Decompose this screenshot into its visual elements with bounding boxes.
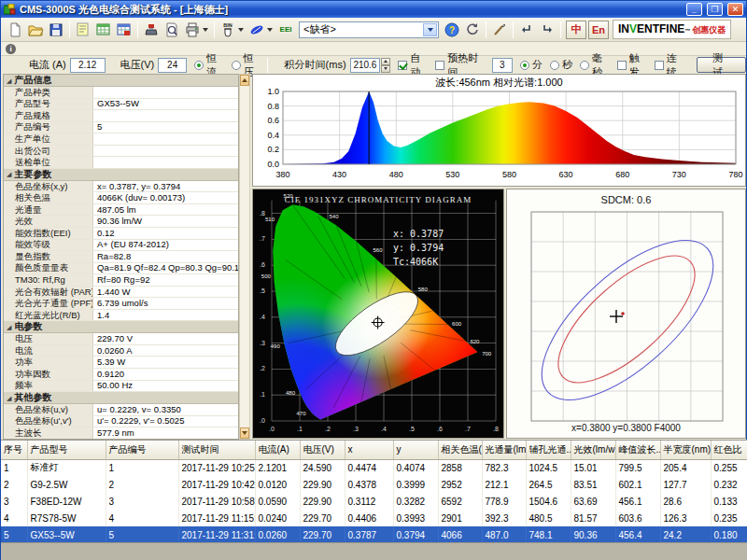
section-header[interactable]: ◢其他参数 (4, 392, 238, 404)
property-row[interactable]: 产品规格 (4, 110, 238, 122)
column-header[interactable]: 光效(lm/w) (571, 441, 615, 459)
constant-voltage-radio[interactable] (232, 61, 241, 70)
property-row[interactable]: 能效指数(EEI)0.12 (4, 228, 238, 240)
section-header[interactable]: ◢主要参数 (4, 169, 238, 181)
column-header[interactable]: 产品编号 (106, 441, 178, 459)
bin-button[interactable]: BIN (218, 20, 238, 40)
property-row[interactable]: 光合有效辐射 (PAR)1.440 W (4, 287, 238, 299)
column-header[interactable]: 序号 (1, 441, 27, 459)
pen-dropdown-arrow[interactable] (267, 28, 273, 32)
column-header[interactable]: 峰值波长.. (615, 441, 660, 459)
property-row[interactable]: 主波长577.9 nm (4, 427, 238, 440)
new-file-button[interactable] (5, 20, 25, 40)
preset-combobox[interactable]: <缺省> (299, 21, 439, 38)
bin-dropdown-arrow[interactable] (238, 28, 244, 32)
integration-time-input[interactable]: 210.6 (350, 58, 381, 73)
table-row[interactable]: 3F38ED-12W32017-11-29 10:58:560.0590229.… (1, 493, 747, 510)
spinner-down-icon[interactable] (381, 65, 390, 73)
property-row[interactable]: 生产单位 (4, 133, 238, 146)
spectrum-title: 波长:456nm 相对光谱:1.000 (253, 75, 745, 88)
second-radio[interactable] (550, 61, 559, 70)
refresh-button[interactable] (462, 20, 483, 40)
spinner-up-icon[interactable] (381, 58, 390, 65)
constant-current-radio[interactable] (194, 61, 204, 70)
property-row[interactable]: TM30: Rf,RgRf=80 Rg=92 (4, 274, 238, 287)
print-dropdown-arrow[interactable] (203, 28, 208, 32)
property-row[interactable]: 电压229.70 V (4, 333, 238, 345)
step-forward-button[interactable] (537, 20, 557, 40)
column-header[interactable]: 电流(A) (255, 441, 300, 459)
preheat-time-input[interactable]: 3 (492, 58, 513, 73)
property-row[interactable]: 色品坐标(u,v)u= 0.2229, v= 0.3350 (4, 404, 238, 416)
property-row[interactable]: 能效等级A+ (EU 874-2012) (4, 240, 238, 252)
property-row[interactable]: 相关色温4066K (duv= 0.00173) (4, 192, 238, 204)
auto-checkbox[interactable] (398, 61, 407, 70)
calibrate-button[interactable] (141, 20, 162, 40)
column-header[interactable]: 光通量(lm) (482, 441, 526, 459)
preheat-checkbox[interactable] (435, 61, 444, 70)
property-row[interactable]: 显色指数Ra=82.8 (4, 251, 238, 263)
property-row[interactable]: 产品种类 (4, 87, 238, 99)
table-row[interactable]: 4R7S78-5W42017-11-29 11:15:420.0240229.7… (1, 510, 747, 526)
help-button[interactable]: ? (442, 20, 462, 40)
column-header[interactable]: 电压(V) (300, 441, 345, 459)
property-row[interactable]: 光合光子通量 (PPF)6.739 umol/s (4, 298, 238, 310)
current-input[interactable]: 2.12 (70, 58, 106, 73)
report-export-button[interactable] (114, 20, 134, 40)
preset-combobox-value: <缺省> (303, 22, 336, 36)
info-icon[interactable]: i (6, 44, 16, 54)
property-row[interactable]: 光通量487.05 lm (4, 204, 238, 217)
restore-button[interactable]: ❐ (707, 3, 723, 16)
open-file-button[interactable] (25, 20, 46, 40)
print-button[interactable] (182, 20, 203, 40)
report-green-button[interactable] (93, 20, 114, 40)
pen-tool-button[interactable] (247, 20, 267, 40)
table-row[interactable]: 5GX53--5W52017-11-29 11:31:530.0260229.7… (1, 526, 747, 542)
eei-button[interactable]: EEI (275, 20, 296, 40)
column-header[interactable]: 辅孔光通.. (526, 441, 571, 459)
probe-button[interactable] (489, 20, 510, 40)
column-header[interactable]: 测试时间 (178, 441, 255, 459)
property-row[interactable]: 产品编号5 (4, 122, 238, 134)
property-row[interactable]: 色品坐标(u',v')u'= 0.2229, v'= 0.5025 (4, 416, 238, 428)
scroll-down-button[interactable] (240, 427, 249, 439)
column-header[interactable]: 相关色温(K) (438, 441, 482, 459)
property-row[interactable]: 色品坐标(x,y)x= 0.3787, y= 0.3794 (4, 181, 238, 193)
notes-button[interactable] (73, 20, 93, 40)
save-button[interactable] (46, 20, 66, 40)
property-row[interactable]: 产品型号GX53--5W (4, 99, 238, 111)
minute-radio[interactable] (520, 61, 529, 70)
property-row[interactable]: 电流0.0260 A (4, 345, 238, 357)
print-preview-button[interactable] (162, 20, 182, 40)
section-header[interactable]: ◢产品信息 (4, 75, 238, 87)
x-tick-label: 480 (389, 170, 403, 179)
millisecond-radio[interactable] (580, 61, 589, 70)
column-header[interactable]: 产品型号 (27, 441, 106, 459)
table-row[interactable]: 2G9-2.5W22017-11-29 10:42:420.0120229.90… (1, 476, 747, 493)
voltage-input[interactable]: 24 (158, 58, 187, 73)
column-header[interactable]: x (345, 441, 393, 459)
column-header[interactable]: 红色比 (711, 441, 747, 459)
close-button[interactable]: ✕ (727, 3, 743, 16)
scroll-up-button[interactable] (240, 75, 249, 86)
cie-x-value: x: 0.3787 (393, 227, 444, 241)
property-row[interactable]: 光效90.36 lm/W (4, 216, 238, 228)
minimize-button[interactable]: _ (686, 3, 702, 16)
property-row[interactable]: 功率5.39 W (4, 357, 238, 369)
test-button[interactable]: 测试 (697, 57, 746, 73)
column-header[interactable]: y (393, 441, 438, 459)
trigger-checkbox[interactable] (617, 61, 627, 70)
language-english-button[interactable]: En (588, 21, 609, 39)
table-row[interactable]: 1标准灯12017-11-29 10:25:112.120124.5900.44… (1, 459, 747, 476)
continuous-checkbox[interactable] (655, 61, 664, 70)
combobox-dropdown-button[interactable] (423, 23, 437, 36)
property-row[interactable]: 功率因数0.9120 (4, 369, 238, 381)
property-grid-scrollbar[interactable] (239, 74, 250, 440)
property-row[interactable]: 出货公司 (4, 146, 238, 158)
section-header[interactable]: ◢电参数 (4, 321, 238, 333)
language-chinese-button[interactable]: 中 (566, 21, 586, 39)
column-header[interactable]: 半宽度(nm) (660, 441, 711, 459)
property-row[interactable]: 颜色质量量表Qa=81.9 Qf=82.4 Qp=80.3 Qg=90.1 (4, 263, 238, 275)
integration-spinner[interactable] (381, 58, 390, 73)
step-back-button[interactable] (516, 20, 537, 40)
